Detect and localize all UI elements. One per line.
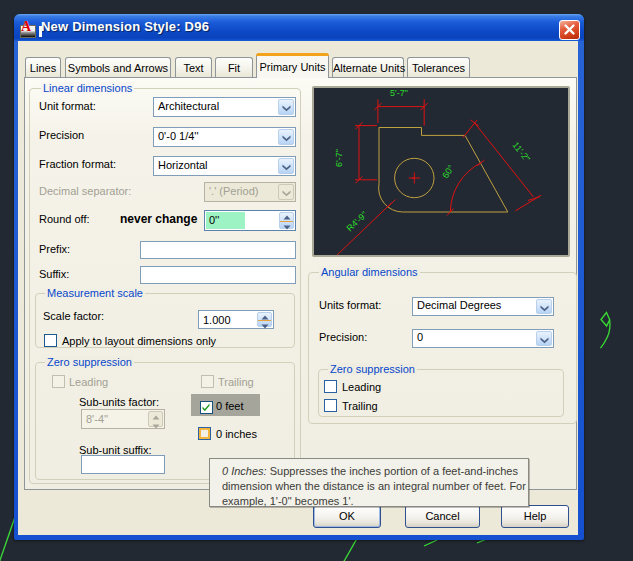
svg-text:R4'-9": R4'-9" <box>345 209 370 233</box>
svg-text:11'-2": 11'-2" <box>510 140 532 164</box>
svg-text:60°: 60° <box>440 163 456 180</box>
svg-text:5'-7": 5'-7" <box>390 88 408 98</box>
svg-text:6'-7": 6'-7" <box>334 149 344 167</box>
